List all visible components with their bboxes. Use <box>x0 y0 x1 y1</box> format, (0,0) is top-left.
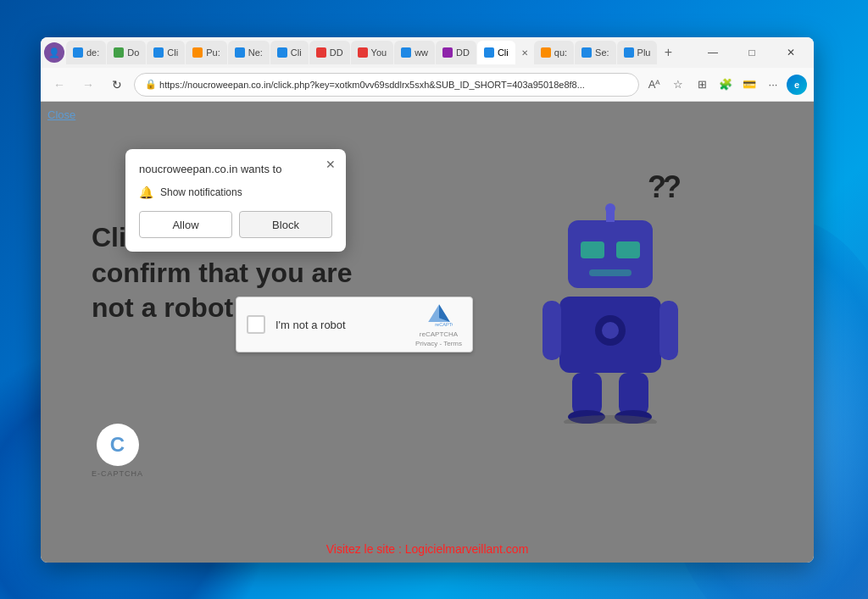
tab-label-4: Pu: <box>206 47 220 58</box>
bell-icon: 🔔 <box>139 186 153 199</box>
tab-favicon-6 <box>277 47 287 58</box>
tab-favicon-4 <box>192 47 203 58</box>
notification-text: Show notifications <box>160 186 242 198</box>
svg-rect-2 <box>616 241 640 258</box>
notification-popup: ✕ noucroweepan.co.in wants to 🔔 Show not… <box>125 149 346 252</box>
ecaptcha-icon: C <box>97 424 139 466</box>
tab-label-7: DD <box>330 47 343 58</box>
tab-9[interactable]: ww <box>394 41 435 64</box>
title-bar: 👤 de: Do Cli Pu: Ne: <box>41 37 814 68</box>
ecaptcha-area: C E-CAPTCHA <box>92 424 143 478</box>
tab-favicon-8 <box>358 47 368 58</box>
address-icons: Aᴬ ☆ ⊞ 🧩 💳 ··· e <box>644 75 807 95</box>
popup-close-button[interactable]: ✕ <box>322 156 339 173</box>
tab-favicon-12 <box>541 47 551 58</box>
collections-icon[interactable]: ⊞ <box>692 75 712 95</box>
tab-favicon-13 <box>581 47 592 58</box>
tab-favicon-10 <box>442 47 453 58</box>
tab-label-3: Cli <box>167 47 178 58</box>
more-options-icon[interactable]: ··· <box>763 75 783 95</box>
tab-favicon-5 <box>235 47 245 58</box>
tab-label-6: Cli <box>291 47 302 58</box>
favorites-icon[interactable]: ☆ <box>668 75 688 95</box>
new-tab-button[interactable]: + <box>658 42 678 63</box>
tab-4[interactable]: Pu: <box>186 41 227 64</box>
tab-strip: de: Do Cli Pu: Ne: Cli <box>66 37 688 68</box>
robot-svg <box>542 203 678 424</box>
maximize-button[interactable]: □ <box>732 37 771 68</box>
tab-label-9: ww <box>415 47 428 58</box>
recaptcha-logo-svg: reCAPTCHA <box>426 302 453 329</box>
page-content: Close Click "Allow" to confirm that you … <box>41 102 814 563</box>
close-button[interactable]: ✕ <box>771 37 810 68</box>
allow-button[interactable]: Allow <box>139 211 232 238</box>
tab-label-14: Plu <box>637 47 651 58</box>
tab-label-10: DD <box>456 47 470 58</box>
popup-notification-row: 🔔 Show notifications <box>139 186 332 199</box>
tab-label-2: Do <box>127 47 139 58</box>
address-bar: ← → ↻ 🔒 https://noucroweepan.co.in/click… <box>41 68 814 102</box>
tab-favicon-9 <box>401 47 411 58</box>
tab-1[interactable]: de: <box>66 41 106 64</box>
tab-label-8: You <box>371 47 387 58</box>
tab-label-1: de: <box>86 47 99 58</box>
recaptcha-label: I'm not a robot <box>275 319 405 331</box>
browser-window: 👤 de: Do Cli Pu: Ne: <box>41 37 814 563</box>
lock-icon: 🔒 <box>145 79 157 90</box>
browser-extensions-icon[interactable]: 🧩 <box>715 75 736 95</box>
popup-title: noucroweepan.co.in wants to <box>139 163 332 175</box>
recaptcha-links: Privacy - Terms <box>415 340 462 347</box>
tab-11-active[interactable]: Cli <box>477 41 515 64</box>
tab-label-5: Ne: <box>248 47 263 58</box>
back-button[interactable]: ← <box>47 73 71 97</box>
question-marks: ?? <box>648 169 678 205</box>
tab-2[interactable]: Do <box>107 41 146 64</box>
address-input[interactable]: 🔒 https://noucroweepan.co.in/click.php?k… <box>134 73 639 97</box>
tab-close-11[interactable]: ✕ <box>516 44 533 61</box>
svg-text:reCAPTCHA: reCAPTCHA <box>435 322 453 327</box>
close-link[interactable]: Close <box>47 108 75 121</box>
svg-rect-12 <box>619 373 648 415</box>
tab-label-11: Cli <box>498 47 509 58</box>
svg-rect-7 <box>542 301 561 360</box>
tab-13[interactable]: Se: <box>575 41 616 64</box>
tab-favicon-14 <box>624 47 634 58</box>
forward-button[interactable]: → <box>76 73 100 97</box>
window-controls: — □ ✕ <box>693 37 810 68</box>
svg-point-5 <box>605 203 615 214</box>
tab-8[interactable]: You <box>351 41 394 64</box>
tab-10[interactable]: DD <box>436 41 476 64</box>
ecaptcha-label: E-CAPTCHA <box>92 469 143 478</box>
svg-rect-11 <box>572 373 602 415</box>
recaptcha-checkbox[interactable] <box>247 315 265 334</box>
tab-3[interactable]: Cli <box>147 41 185 64</box>
block-button[interactable]: Block <box>239 211 332 238</box>
tab-6[interactable]: Cli <box>270 41 309 64</box>
tab-favicon-1 <box>73 47 83 58</box>
robot-illustration: ?? <box>526 169 695 466</box>
tab-14[interactable]: Plu <box>617 41 658 64</box>
tab-label-13: Se: <box>595 47 609 58</box>
tab-favicon-3 <box>153 47 164 58</box>
recaptcha-widget: I'm not a robot reCAPTCHA reCAPTCHA Priv… <box>236 297 473 352</box>
refresh-button[interactable]: ↻ <box>105 73 129 97</box>
edge-logo: e <box>787 75 807 95</box>
tab-favicon-7 <box>316 47 326 58</box>
bottom-watermark: Visitez le site : Logicielmarveillant.co… <box>326 542 529 556</box>
svg-rect-1 <box>581 241 604 258</box>
minimize-button[interactable]: — <box>693 37 732 68</box>
tab-7[interactable]: DD <box>309 41 350 64</box>
svg-rect-8 <box>659 301 678 360</box>
recaptcha-brand-text: reCAPTCHA <box>420 330 458 338</box>
read-aloud-icon[interactable]: Aᴬ <box>644 75 665 95</box>
tab-5[interactable]: Ne: <box>228 41 270 64</box>
tab-label-12: qu: <box>554 47 567 58</box>
profile-icon[interactable]: 👤 <box>44 42 64 63</box>
browser-wallet-icon[interactable]: 💳 <box>739 75 760 95</box>
tab-12[interactable]: qu: <box>534 41 574 64</box>
recaptcha-logo: reCAPTCHA reCAPTCHA Privacy - Terms <box>415 302 462 347</box>
svg-point-10 <box>602 322 619 339</box>
tab-favicon-11 <box>484 47 494 58</box>
popup-close-icon: ✕ <box>326 158 336 171</box>
svg-rect-3 <box>589 269 632 276</box>
